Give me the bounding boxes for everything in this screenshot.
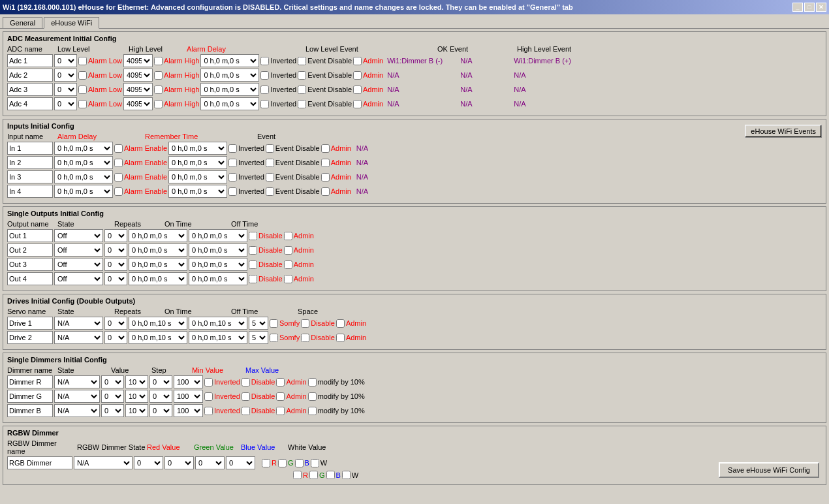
drive2-state[interactable]: N/A [54,331,103,344]
out1-repeats[interactable]: 0 [104,229,127,242]
dimmer-r-name[interactable] [7,375,53,388]
drive1-offtime[interactable]: 0 h,0 m,10 s [189,317,247,330]
adc3-inverted-check[interactable] [260,86,269,94]
dimmer-r-value[interactable]: 0 [101,375,124,388]
adc2-alarm-low-check[interactable] [78,71,87,80]
adc1-alarm-delay[interactable]: 0 h,0 m,0 s [200,54,259,67]
adc2-inverted-check[interactable] [260,71,269,80]
out4-disable-check[interactable] [249,275,257,283]
dimmer-r-modify-check[interactable] [308,378,317,386]
in2-inverted-check[interactable] [228,159,237,167]
close-button[interactable]: ✕ [816,3,826,12]
rgbw-name[interactable] [7,456,72,469]
adc3-high-level[interactable]: 4095 [123,83,153,96]
in4-event-disable-check[interactable] [266,187,274,196]
out4-state[interactable]: Off [54,272,103,285]
in4-admin-check[interactable] [321,187,330,196]
out1-state[interactable]: Off [54,229,103,242]
in1-admin-check[interactable] [321,144,330,153]
adc4-admin-check[interactable] [353,100,362,108]
in1-name[interactable] [7,142,53,155]
out2-disable-check[interactable] [249,246,257,255]
adc4-alarm-high-check[interactable] [154,100,163,108]
adc1-high-level[interactable]: 4095 [123,54,153,67]
adc4-alarm-delay[interactable]: 0 h,0 m,0 s [200,97,259,110]
adc3-alarm-high-check[interactable] [154,86,163,94]
out2-name[interactable] [7,244,53,257]
out3-offtime[interactable]: 0 h,0 m,0 s [189,258,247,271]
drive2-repeats[interactable]: 0 [104,331,127,344]
drive1-state[interactable]: N/A [54,317,103,330]
rgbw-green[interactable]: 0 [164,456,194,469]
tab-general[interactable]: General [3,17,42,28]
in1-event-disable-check[interactable] [266,144,274,153]
out2-admin-check[interactable] [284,246,292,255]
out2-state[interactable]: Off [54,244,103,257]
ehouse-wifi-events-button[interactable]: eHouse WiFi Events [745,125,822,138]
dimmer-r-inverted-check[interactable] [204,378,213,386]
dimmer-g-disable-check[interactable] [242,392,250,401]
adc1-low-level[interactable]: 0 [54,54,77,67]
dimmer-g-step[interactable]: 10 [125,390,148,403]
adc3-low-level[interactable]: 0 [54,83,77,96]
dimmer-b-name[interactable] [7,404,53,417]
adc1-event-disable-check[interactable] [298,57,306,65]
adc3-event-disable-check[interactable] [298,86,306,94]
maximize-button[interactable]: □ [804,3,815,12]
dimmer-r-step[interactable]: 10 [125,375,148,388]
adc2-low-level[interactable]: 0 [54,69,77,82]
drive2-disable-check[interactable] [301,334,309,342]
out1-disable-check[interactable] [249,232,257,240]
in4-name[interactable] [7,185,53,198]
dimmer-b-admin-check[interactable] [276,407,285,415]
in1-alarm-enable-check[interactable] [114,144,123,153]
drive1-disable-check[interactable] [301,319,309,328]
adc4-name[interactable] [7,97,53,110]
out3-disable-check[interactable] [249,260,257,269]
out4-ontime[interactable]: 0 h,0 m,0 s [129,272,187,285]
dimmer-b-modify-check[interactable] [308,407,317,415]
out2-offtime[interactable]: 0 h,0 m,0 s [189,244,247,257]
in2-alarm-delay[interactable]: 0 h,0 m,0 s [54,156,113,169]
rgbw-r1-check[interactable] [262,459,270,467]
dimmer-r-disable-check[interactable] [242,378,250,386]
in3-event-disable-check[interactable] [266,173,274,181]
rgbw-g2-check[interactable] [309,471,318,479]
dimmer-g-state[interactable]: N/A [54,390,100,403]
dimmer-r-state[interactable]: N/A [54,375,100,388]
in4-inverted-check[interactable] [228,187,237,196]
in1-alarm-delay[interactable]: 0 h,0 m,0 s [54,142,113,155]
in2-remember-time[interactable]: 0 h,0 m,0 s [168,156,227,169]
dimmer-g-modify-check[interactable] [308,392,317,401]
out3-name[interactable] [7,258,53,271]
in4-alarm-enable-check[interactable] [114,187,123,196]
in3-alarm-delay[interactable]: 0 h,0 m,0 s [54,170,113,183]
dimmer-b-state[interactable]: N/A [54,404,100,417]
out4-offtime[interactable]: 0 h,0 m,0 s [189,272,247,285]
drive1-repeats[interactable]: 0 [104,317,127,330]
out3-ontime[interactable]: 0 h,0 m,0 s [129,258,187,271]
out1-name[interactable] [7,229,53,242]
out3-repeats[interactable]: 0 [104,258,127,271]
dimmer-b-disable-check[interactable] [242,407,250,415]
dimmer-g-max[interactable]: 100 [174,390,203,403]
drive1-admin-check[interactable] [336,319,345,328]
adc2-name[interactable] [7,69,53,82]
adc3-alarm-low-check[interactable] [78,86,87,94]
dimmer-b-min[interactable]: 0 [149,404,172,417]
rgbw-blue[interactable]: 0 [195,456,225,469]
in3-alarm-enable-check[interactable] [114,173,123,181]
drive2-admin-check[interactable] [336,334,345,342]
adc1-alarm-high-check[interactable] [154,57,163,65]
drive2-name[interactable] [7,331,53,344]
out1-offtime[interactable]: 0 h,0 m,0 s [189,229,247,242]
drive2-somfy-check[interactable] [270,334,278,342]
drive2-ontime[interactable]: 0 h,0 m,10 s [129,331,187,344]
out4-admin-check[interactable] [284,275,292,283]
adc4-high-level[interactable]: 4095 [123,97,153,110]
adc4-inverted-check[interactable] [260,100,269,108]
save-ehouse-wifi-config-button[interactable]: Save eHouse WiFi Config [719,462,819,478]
dimmer-g-value[interactable]: 0 [101,390,124,403]
in2-name[interactable] [7,156,53,169]
dimmer-b-value[interactable]: 0 [101,404,124,417]
